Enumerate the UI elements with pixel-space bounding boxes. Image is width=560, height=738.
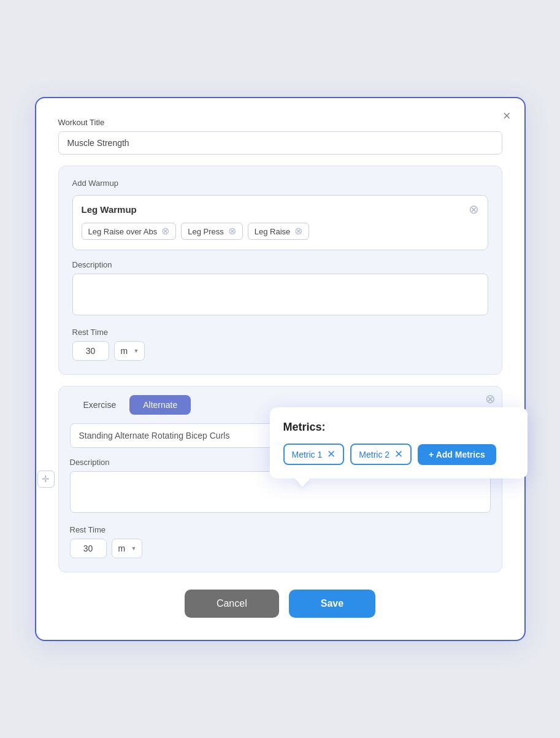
exercise-rest-unit-wrap: m s bbox=[112, 539, 142, 558]
warmup-section: Add Warmup Leg Warmup ⊗ Leg Raise over A… bbox=[58, 166, 502, 375]
remove-exercise-1-button[interactable]: ⊗ bbox=[161, 226, 169, 236]
remove-exercise-icon: ⊗ bbox=[485, 392, 496, 406]
workout-title-field: Workout Title bbox=[58, 118, 502, 155]
warmup-exercise-label-3: Leg Raise bbox=[255, 227, 291, 236]
exercise-rest-row: m s bbox=[70, 539, 491, 558]
add-metrics-button[interactable]: + Add Metrics bbox=[418, 444, 496, 465]
warmup-exercise-tag-1: Leg Raise over Abs ⊗ bbox=[82, 223, 177, 240]
warmup-exercise-tag-2: Leg Press ⊗ bbox=[181, 223, 243, 240]
warmup-exercise-tag-3: Leg Raise ⊗ bbox=[248, 223, 310, 240]
warmup-rest-label: Rest Time bbox=[72, 328, 488, 337]
drag-icon: ✛ bbox=[42, 474, 50, 485]
warmup-rest-unit-wrap: m s bbox=[114, 341, 145, 361]
exercise-rest-unit-select[interactable]: m s bbox=[112, 539, 142, 558]
warmup-name: Leg Warmup bbox=[82, 204, 137, 215]
close-button[interactable]: × bbox=[503, 109, 511, 123]
remove-exercise-3-button[interactable]: ⊗ bbox=[294, 226, 302, 236]
remove-exercise-button[interactable]: ⊗ bbox=[485, 393, 496, 405]
remove-warmup-button[interactable]: ⊗ bbox=[469, 203, 479, 215]
exercise-rest-label: Rest Time bbox=[70, 525, 491, 534]
workout-title-label: Workout Title bbox=[58, 118, 502, 127]
warmup-exercise-label-1: Leg Raise over Abs bbox=[88, 227, 158, 236]
metric-label-2: Metric 2 bbox=[359, 450, 389, 459]
remove-warmup-icon: ⊗ bbox=[469, 203, 479, 215]
exercise-section-wrapper: ✛ ⊗ Exercise Alternate Description Metri… bbox=[58, 386, 502, 572]
warmup-rest-input[interactable] bbox=[72, 341, 109, 361]
remove-icon-2: ⊗ bbox=[228, 226, 236, 236]
popup-arrow bbox=[294, 478, 310, 487]
warmup-description-label: Description bbox=[72, 260, 488, 269]
exercise-rest-input[interactable] bbox=[70, 539, 107, 558]
warmup-rest-unit-select[interactable]: m s bbox=[114, 341, 145, 361]
metrics-title: Metrics: bbox=[283, 421, 514, 434]
tab-exercise[interactable]: Exercise bbox=[70, 395, 130, 415]
remove-icon-3: ⊗ bbox=[294, 226, 302, 236]
cancel-button[interactable]: Cancel bbox=[185, 590, 279, 618]
modal: × Workout Title Add Warmup Leg Warmup ⊗ … bbox=[35, 97, 526, 641]
drag-handle[interactable]: ✛ bbox=[37, 471, 55, 488]
metrics-row: Metric 1 ✕ Metric 2 ✕ bbox=[283, 444, 514, 465]
warmup-exercises-list: Leg Raise over Abs ⊗ Leg Press ⊗ Leg Rai… bbox=[82, 223, 479, 240]
remove-icon-1: ⊗ bbox=[161, 226, 169, 236]
warmup-exercise-label-2: Leg Press bbox=[188, 227, 224, 236]
remove-exercise-2-button[interactable]: ⊗ bbox=[228, 226, 236, 236]
workout-title-input[interactable] bbox=[58, 131, 502, 155]
remove-metric-1-button[interactable]: ✕ bbox=[327, 449, 336, 459]
metric-label-1: Metric 1 bbox=[292, 450, 323, 459]
exercise-inner: Description Metrics: Metric 1 ✕ bbox=[59, 415, 502, 558]
remove-metric-2-button[interactable]: ✕ bbox=[394, 449, 403, 459]
metric-tag-1: Metric 1 ✕ bbox=[283, 444, 345, 465]
remove-metric-1-icon: ✕ bbox=[327, 449, 336, 459]
exercise-card: ⊗ Exercise Alternate Description Metrics… bbox=[58, 386, 502, 572]
warmup-section-title: Add Warmup bbox=[72, 179, 488, 188]
warmup-description-input[interactable] bbox=[72, 274, 488, 315]
metrics-popup: Metrics: Metric 1 ✕ Metric 2 bbox=[270, 407, 527, 479]
remove-metric-2-icon: ✕ bbox=[394, 449, 403, 459]
warmup-box: Leg Warmup ⊗ Leg Raise over Abs ⊗ Leg Pr… bbox=[72, 195, 488, 250]
warmup-rest-row: m s bbox=[72, 341, 488, 361]
footer: Cancel Save bbox=[58, 590, 502, 618]
tab-alternate[interactable]: Alternate bbox=[129, 395, 191, 415]
save-button[interactable]: Save bbox=[289, 590, 375, 618]
metric-tag-2: Metric 2 ✕ bbox=[350, 444, 412, 465]
